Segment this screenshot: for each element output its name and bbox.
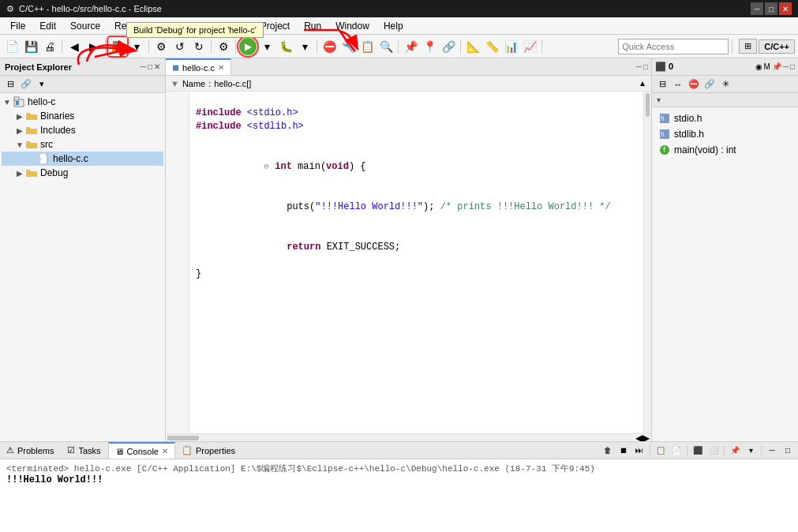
tree-item-includes[interactable]: ▶ Includes: [2, 123, 163, 137]
debug-button[interactable]: 🐛: [277, 38, 294, 55]
toolbar-btn-6[interactable]: ⚙: [215, 38, 232, 55]
menu-run[interactable]: Run: [297, 18, 328, 34]
outline-pin-btn[interactable]: 📌: [772, 62, 781, 71]
outline-btn-2[interactable]: M: [764, 62, 770, 71]
outline-maximize-button[interactable]: □: [790, 62, 795, 71]
new-button[interactable]: 📄: [3, 38, 21, 55]
menu-window[interactable]: Window: [328, 18, 377, 34]
panel-minimize-button[interactable]: ─: [140, 62, 146, 71]
console-view-btn-1[interactable]: ⬛: [691, 444, 705, 458]
toolbar-btn-8[interactable]: 🔧: [339, 38, 357, 55]
build-button[interactable]: [109, 38, 126, 55]
menu-refactor[interactable]: Refactor: [107, 18, 157, 34]
outline-toolbar-btn-5[interactable]: ✳: [718, 77, 732, 92]
run-button[interactable]: ▶: [239, 38, 257, 55]
console-maximize-button[interactable]: □: [781, 444, 795, 458]
tab-console[interactable]: 🖥 Console ✕: [108, 442, 175, 459]
debug-dropdown[interactable]: ▾: [296, 38, 313, 55]
toolbar-btn-10[interactable]: 🔍: [377, 38, 395, 55]
panel-close-button[interactable]: ✕: [154, 62, 160, 71]
tree-item-debug[interactable]: ▶ Debug: [2, 166, 163, 180]
toolbar-btn-5[interactable]: ↻: [190, 38, 208, 55]
editor-tab-close-button[interactable]: ✕: [218, 63, 224, 72]
minimize-button[interactable]: ─: [751, 2, 763, 15]
quick-access-input[interactable]: [618, 39, 729, 54]
console-clear-button[interactable]: 🗑: [601, 444, 615, 458]
menu-edit[interactable]: Edit: [32, 18, 63, 34]
run-dropdown[interactable]: ▾: [258, 38, 275, 55]
console-copy-button[interactable]: 📋: [654, 444, 668, 458]
menu-help[interactable]: Help: [377, 18, 410, 34]
console-stop-button[interactable]: ⏹: [616, 444, 631, 458]
tab-problems[interactable]: ⚠ Problems: [0, 442, 61, 459]
menu-project[interactable]: Project: [253, 18, 297, 34]
tab-tasks[interactable]: ☑ Tasks: [61, 442, 107, 459]
menu-search[interactable]: Search: [209, 18, 253, 34]
console-stop2-button[interactable]: ⏭: [632, 444, 646, 458]
outline-minimize-button[interactable]: ─: [783, 62, 789, 71]
panel-maximize-button[interactable]: □: [148, 62, 152, 71]
tab-properties[interactable]: 📋 Properties: [175, 442, 242, 459]
toolbar-btn-3[interactable]: ⚙: [152, 38, 170, 55]
editor-vscroll-up[interactable]: ▲: [639, 79, 646, 88]
toolbar-btn-14[interactable]: 📐: [464, 38, 481, 55]
window-controls[interactable]: ─ □ ✕: [751, 2, 792, 15]
toolbar-btn-7[interactable]: ⛔: [320, 38, 338, 55]
toolbar-separator-3: [148, 39, 149, 54]
outline-item-stdio[interactable]: h stdio.h: [655, 111, 795, 126]
outline-toolbar-btn-2[interactable]: ↔: [671, 77, 685, 92]
tree-item-hello-c[interactable]: ▼ hello-c: [2, 95, 163, 109]
project-explorer-toolbar: ⊟ 🔗 ▾: [0, 76, 165, 93]
prev-button[interactable]: ◀: [66, 38, 83, 55]
menu-file[interactable]: File: [3, 18, 32, 34]
editor-tab-hello-c-c[interactable]: ◼ hello-c.c ✕: [166, 58, 231, 75]
toolbar-btn-11[interactable]: 📌: [402, 38, 419, 55]
print-button[interactable]: 🖨: [41, 38, 58, 55]
function-icon-main: f: [658, 144, 671, 156]
menu-navigate[interactable]: Navigate: [157, 18, 208, 34]
toolbar-btn-17[interactable]: 📈: [521, 38, 538, 55]
tree-item-src[interactable]: ▼ src: [2, 137, 163, 152]
outline-toolbar-btn-1[interactable]: ⊟: [655, 77, 669, 92]
toolbar-btn-16[interactable]: 📊: [502, 38, 519, 55]
editor-tab-controls: ─ □: [636, 58, 651, 75]
menu-source[interactable]: Source: [63, 18, 107, 34]
collapse-all-button[interactable]: ⊟: [3, 77, 17, 92]
console-pin-button[interactable]: 📌: [728, 444, 742, 458]
section-collapse-button[interactable]: ▼: [170, 79, 179, 88]
toolbar-btn-15[interactable]: 📏: [483, 38, 500, 55]
toolbar-btn-13[interactable]: 🔗: [440, 38, 457, 55]
toolbar-btn-4[interactable]: ↺: [171, 38, 189, 55]
next-button[interactable]: ▶: [84, 38, 102, 55]
tree-item-hello-c-c[interactable]: c hello-c.c: [2, 152, 163, 166]
outline-label-stdio: stdio.h: [674, 113, 702, 124]
console-paste-button[interactable]: 📄: [669, 444, 684, 458]
toolbar-btn-9[interactable]: 📋: [358, 38, 376, 55]
editor-maximize-button[interactable]: □: [643, 62, 648, 71]
outline-item-main[interactable]: f main(void) : int: [655, 142, 795, 158]
build-dropdown[interactable]: ▾: [128, 38, 145, 55]
toolbar-btn-12[interactable]: 📍: [421, 38, 438, 55]
include-icon-stdio: h: [658, 112, 671, 125]
view-menu-button[interactable]: ▾: [35, 77, 49, 92]
code-editor[interactable]: #include <stdio.h> #include <stdlib.h> ⊖…: [189, 92, 643, 433]
outline-toolbar-btn-4[interactable]: 🔗: [702, 77, 717, 92]
editor-vertical-scrollbar[interactable]: [643, 92, 651, 433]
editor-minimize-button[interactable]: ─: [636, 62, 642, 71]
console-dropdown-button[interactable]: ▾: [744, 444, 758, 458]
cpp-perspective-button[interactable]: C/C++: [759, 39, 795, 54]
console-minimize-button[interactable]: ─: [765, 444, 779, 458]
console-view-btn-2[interactable]: ⬜: [706, 444, 721, 458]
link-with-editor-button[interactable]: 🔗: [19, 77, 33, 92]
console-tab-close[interactable]: ✕: [162, 447, 168, 455]
maximize-button[interactable]: □: [765, 2, 777, 15]
close-button[interactable]: ✕: [779, 2, 792, 15]
open-perspective-button[interactable]: ⊞: [739, 39, 757, 54]
save-button[interactable]: 💾: [22, 38, 39, 55]
console-sep-4: [761, 445, 762, 456]
editor-horizontal-scrollbar[interactable]: ◀ ▶: [166, 433, 651, 441]
tree-item-binaries[interactable]: ▶ Binaries: [2, 109, 163, 123]
outline-btn-1[interactable]: ◉: [755, 62, 762, 71]
outline-item-stdlib[interactable]: h stdlib.h: [655, 126, 795, 142]
outline-toolbar-btn-3[interactable]: ⛔: [687, 77, 701, 92]
